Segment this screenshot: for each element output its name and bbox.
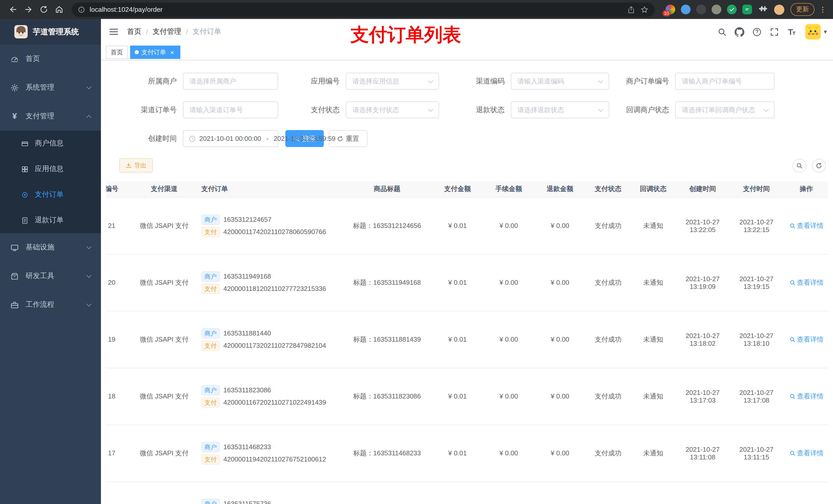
merchant-order-no: 1635311949168 — [223, 272, 271, 280]
pay-status-select[interactable]: 请选择支付状态 — [346, 101, 439, 118]
share-icon[interactable] — [627, 5, 635, 14]
table-row: 商户1635311575736 支付 — [106, 481, 828, 504]
extension-icon-6[interactable] — [742, 5, 752, 14]
view-detail-link[interactable]: 查看详情 — [789, 221, 824, 230]
create-time-cell — [676, 481, 730, 504]
font-size-icon[interactable] — [787, 27, 796, 37]
column-header: 商品标题 — [342, 181, 432, 197]
merchant-filter-label: 所属商户 — [119, 77, 183, 86]
order-cell: 商户1635311575736 支付 — [196, 481, 342, 504]
refund-cell: ¥ 0.00 — [534, 311, 586, 368]
back-icon[interactable] — [5, 2, 21, 17]
breadcrumb-home[interactable]: 首页 — [127, 27, 141, 37]
breadcrumb-current: 支付订单 — [193, 27, 221, 37]
document-icon — [21, 216, 29, 224]
sidebar-item-system[interactable]: 系统管理 — [0, 73, 101, 102]
merchant-badge: 商户 — [201, 214, 220, 224]
date-end-value: 2021-10-31 23:59:59 — [273, 135, 335, 142]
sidebar-item-infra[interactable]: 基础设施 — [0, 233, 101, 262]
merchant-filter-input[interactable] — [183, 73, 278, 90]
github-icon[interactable] — [735, 27, 744, 37]
create-time-filter-label: 创建时间 — [119, 134, 183, 143]
title-cell: 标题：1635311468233 — [342, 425, 432, 481]
user-avatar[interactable] — [805, 24, 821, 40]
sidebar-item-merchant-info[interactable]: 商户信息 — [0, 130, 101, 156]
extension-icon-3[interactable] — [696, 5, 706, 14]
pay-time-cell: 2021-10-27 13:11:15 — [730, 425, 783, 481]
sidebar-item-home[interactable]: 首页 — [0, 45, 101, 73]
search-icon[interactable] — [717, 27, 727, 37]
yen-icon: ¥ — [10, 112, 19, 121]
refresh-icon — [337, 136, 343, 142]
sidebar-item-payment[interactable]: ¥ 支付管理 — [0, 102, 101, 130]
merchant-badge: 商户 — [201, 328, 220, 338]
fee-cell: ¥ 0.00 — [483, 311, 534, 368]
view-detail-link[interactable]: 查看详情 — [789, 335, 824, 344]
sidebar-item-workflow[interactable]: 工作流程 — [0, 290, 101, 319]
help-icon[interactable] — [752, 27, 762, 37]
table-header-row: 编号支付渠道支付订单商品标题支付金额手续金额退款金额支付状态回调状态创建时间支付… — [106, 181, 828, 197]
notify-cell: 未通知 — [630, 425, 676, 481]
extension-icon-5[interactable] — [727, 5, 737, 14]
merchant-order-no: 1635311823086 — [223, 386, 271, 394]
browser-menu-icon[interactable] — [819, 5, 827, 14]
extension-icon-4[interactable] — [712, 5, 721, 14]
view-detail-link[interactable]: 查看详情 — [789, 449, 824, 458]
briefcase-icon — [10, 301, 19, 309]
forward-icon[interactable] — [21, 2, 36, 17]
pay-time-cell: 2021-10-27 13:18:10 — [730, 311, 783, 368]
app-title: 芋道管理系统 — [33, 27, 79, 37]
refresh-icon[interactable] — [36, 2, 51, 17]
refund-status-select[interactable]: 请选择退款状态 — [511, 101, 609, 118]
fullscreen-icon[interactable] — [769, 27, 779, 37]
table-row: 18 微信 JSAPI 支付 商户1635311823086 支付4200001… — [106, 368, 828, 425]
amount-cell: ¥ 0.01 — [432, 368, 483, 425]
sidebar: 芋道管理系统 首页 系统管理 ¥ 支付管理 — [0, 19, 101, 504]
browser-profile-avatar[interactable] — [774, 4, 784, 15]
extension-icon-2[interactable] — [681, 5, 691, 14]
sidebar-item-dev-tools[interactable]: 研发工具 — [0, 262, 101, 290]
extensions-puzzle-icon[interactable] — [758, 5, 768, 14]
tab-home[interactable]: 首页 — [106, 46, 127, 59]
date-range-picker[interactable]: 2021-10-01 00:00:00 - 2021-10-31 23:59:5… — [183, 130, 278, 147]
extension-icon-1[interactable]: 10 — [665, 5, 675, 14]
close-icon[interactable]: × — [169, 49, 176, 56]
sidebar-item-pay-order[interactable]: 支付订单 — [0, 182, 101, 208]
column-header: 编号 — [106, 181, 132, 197]
app-id-select[interactable]: 请选择应用信息 — [346, 73, 439, 90]
pay-time-cell: 2021-10-27 13:22:15 — [730, 197, 783, 254]
caret-down-icon[interactable]: ▾ — [824, 28, 827, 35]
refund-cell: ¥ 0.00 — [534, 368, 586, 425]
view-detail-link[interactable]: 查看详情 — [789, 391, 824, 401]
sidebar-item-app-info[interactable]: 应用信息 — [0, 156, 101, 182]
channel-order-no: 4200001194202110276752100612 — [223, 455, 326, 463]
channel-code-select[interactable]: 请输入渠道编码 — [511, 73, 609, 90]
order-cell: 商户1635312124657 支付4200001174202110278060… — [196, 197, 342, 254]
refresh-table-button[interactable] — [812, 159, 826, 172]
target-icon — [21, 191, 29, 198]
view-detail-link[interactable]: 查看详情 — [789, 278, 824, 287]
info-icon[interactable] — [78, 6, 85, 13]
export-button[interactable]: 导出 — [119, 158, 153, 173]
bookmark-star-icon[interactable] — [640, 5, 648, 14]
hamburger-icon[interactable] — [109, 27, 119, 37]
amount-cell: ¥ 0.01 — [432, 197, 483, 254]
browser-update-button[interactable]: 更新 — [790, 3, 814, 16]
chevron-up-icon — [86, 115, 91, 120]
search-icon — [789, 280, 795, 286]
sidebar-item-refund-order[interactable]: 退款订单 — [0, 208, 101, 233]
tab-pay-order[interactable]: 支付订单 × — [130, 46, 180, 59]
channel-order-no-input[interactable] — [183, 101, 278, 118]
app-logo[interactable]: 芋道管理系统 — [0, 19, 101, 45]
home-icon[interactable] — [51, 2, 67, 17]
status-cell: 支付成功 — [586, 368, 630, 425]
address-bar[interactable]: localhost:1024/pay/order — [72, 2, 655, 17]
column-header: 创建时间 — [676, 181, 730, 197]
breadcrumb: 首页 / 支付管理 / 支付订单 — [127, 27, 221, 37]
pay-time-cell — [730, 481, 783, 504]
column-header: 支付订单 — [196, 181, 342, 197]
show-search-toggle-button[interactable] — [792, 159, 806, 172]
chevron-down-icon — [86, 273, 91, 278]
merchant-order-no-input[interactable] — [675, 73, 775, 90]
notify-status-select[interactable]: 请选择订单回调商户状态 — [675, 101, 775, 118]
